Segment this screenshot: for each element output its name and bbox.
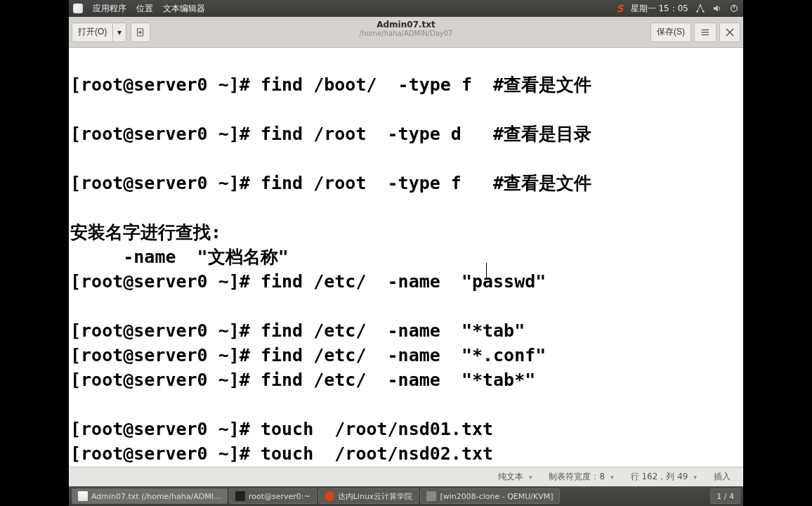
taskbar-item-qemu[interactable]: [win2008-clone - QEMU/KVM]	[420, 488, 559, 504]
close-button[interactable]	[719, 22, 740, 42]
file-title: Admin07.txt	[360, 20, 453, 30]
open-dropdown[interactable]: ▾	[113, 22, 126, 42]
save-button[interactable]: 保存(S)	[650, 22, 691, 42]
firefox-icon	[325, 491, 334, 501]
hamburger-icon	[700, 27, 710, 37]
file-path: /home/haha/ADMIN/Day07	[360, 30, 453, 37]
taskbar-label: 达内Linux云计算学院	[338, 491, 413, 502]
menu-texteditor[interactable]: 文本编辑器	[163, 3, 205, 15]
editor-toolbar: 打开(O) ▾ Admin07.txt /home/haha/ADMIN/Day…	[69, 17, 743, 48]
taskbar-item-gedit[interactable]: Admin07.txt (/home/haha/ADMI…	[72, 488, 228, 504]
editor-area[interactable]: [root@server0 ~]# find /boot/ -type f #查…	[69, 48, 743, 467]
volume-icon[interactable]	[712, 4, 722, 13]
insert-mode[interactable]: 插入	[707, 471, 738, 483]
terminal-icon	[235, 491, 245, 501]
tray-s-icon[interactable]: S	[617, 3, 624, 14]
taskbar: Admin07.txt (/home/haha/ADMI… root@serve…	[69, 486, 743, 506]
clock[interactable]: 星期一 15：05	[631, 3, 688, 15]
open-button[interactable]: 打开(O)	[72, 22, 113, 42]
taskbar-item-terminal[interactable]: root@server0:~	[229, 488, 317, 504]
network-icon[interactable]	[695, 4, 705, 13]
menu-applications[interactable]: 应用程序	[93, 3, 126, 15]
status-bar: 纯文本 制表符宽度：8 行 162，列 49 插入	[69, 467, 743, 486]
taskbar-item-browser[interactable]: 达内Linux云计算学院	[318, 488, 419, 504]
apps-icon[interactable]	[73, 4, 83, 13]
editor-content[interactable]: [root@server0 ~]# find /boot/ -type f #查…	[69, 48, 743, 466]
close-icon	[726, 28, 734, 37]
menu-places[interactable]: 位置	[136, 3, 153, 15]
new-document-icon	[136, 27, 145, 37]
tabwidth-selector[interactable]: 制表符宽度：8	[542, 471, 620, 483]
text-cursor	[486, 263, 487, 280]
hamburger-menu-button[interactable]	[694, 22, 716, 42]
workspace-pager[interactable]: 1 / 4	[710, 488, 740, 504]
syntax-selector[interactable]: 纯文本	[491, 471, 539, 483]
qemu-icon	[426, 491, 436, 501]
new-document-button[interactable]	[131, 22, 150, 42]
system-topbar: 应用程序 位置 文本编辑器 S 星期一 15：05	[69, 0, 743, 17]
document-icon	[78, 491, 88, 501]
taskbar-label: Admin07.txt (/home/haha/ADMI…	[91, 492, 221, 501]
taskbar-label: root@server0:~	[249, 492, 310, 501]
cursor-position[interactable]: 行 162，列 49	[624, 471, 704, 483]
taskbar-label: [win2008-clone - QEMU/KVM]	[440, 492, 553, 501]
power-icon[interactable]	[729, 4, 739, 13]
